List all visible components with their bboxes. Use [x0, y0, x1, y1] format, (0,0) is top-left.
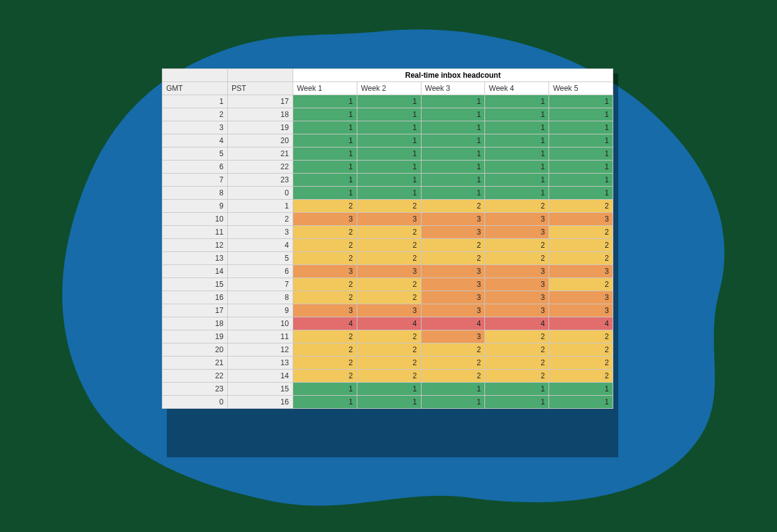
heat-cell[interactable]: 2	[293, 343, 357, 357]
gmt-cell[interactable]: 9	[162, 200, 228, 213]
heat-cell[interactable]: 1	[293, 161, 357, 174]
heat-cell[interactable]: 3	[485, 213, 549, 226]
gmt-cell[interactable]: 5	[162, 147, 228, 161]
pst-cell[interactable]: 14	[227, 370, 293, 383]
heat-cell[interactable]: 2	[421, 239, 485, 252]
heat-cell[interactable]: 4	[485, 317, 549, 330]
pst-cell[interactable]: 10	[227, 317, 293, 330]
heat-cell[interactable]: 3	[293, 213, 357, 226]
heat-cell[interactable]: 4	[549, 317, 613, 330]
heat-cell[interactable]: 3	[549, 213, 613, 226]
heat-cell[interactable]: 2	[293, 278, 357, 291]
gmt-cell[interactable]: 18	[162, 317, 228, 330]
heat-cell[interactable]: 1	[357, 121, 421, 134]
heat-cell[interactable]: 2	[293, 226, 357, 239]
pst-cell[interactable]: 1	[227, 200, 293, 213]
gmt-cell[interactable]: 8	[162, 187, 228, 200]
heat-cell[interactable]: 1	[549, 121, 613, 134]
pst-cell[interactable]: 0	[227, 187, 293, 200]
gmt-cell[interactable]: 13	[162, 252, 228, 265]
heat-cell[interactable]: 2	[293, 252, 357, 265]
heat-cell[interactable]: 1	[357, 108, 421, 121]
heat-cell[interactable]: 1	[421, 161, 485, 174]
heat-cell[interactable]: 1	[421, 108, 485, 121]
heat-cell[interactable]: 1	[357, 134, 421, 147]
heat-cell[interactable]: 1	[421, 95, 485, 108]
heat-cell[interactable]: 1	[357, 174, 421, 187]
heat-cell[interactable]: 1	[357, 396, 421, 409]
heat-cell[interactable]: 1	[485, 108, 549, 121]
heat-cell[interactable]: 1	[485, 383, 549, 396]
heat-cell[interactable]: 2	[485, 357, 549, 370]
pst-cell[interactable]: 16	[227, 396, 293, 409]
heat-cell[interactable]: 2	[485, 200, 549, 213]
heat-cell[interactable]: 3	[293, 265, 357, 278]
heat-cell[interactable]: 2	[357, 291, 421, 304]
heat-cell[interactable]: 1	[293, 147, 357, 161]
heat-cell[interactable]: 1	[421, 121, 485, 134]
heat-cell[interactable]: 1	[293, 187, 357, 200]
heat-cell[interactable]: 3	[549, 304, 613, 317]
pst-cell[interactable]: 11	[227, 330, 293, 343]
gmt-cell[interactable]: 21	[162, 357, 228, 370]
heat-cell[interactable]: 2	[549, 370, 613, 383]
pst-cell[interactable]: 20	[227, 134, 293, 147]
heat-cell[interactable]: 1	[485, 187, 549, 200]
heat-cell[interactable]: 1	[485, 95, 549, 108]
heat-cell[interactable]: 3	[421, 330, 485, 343]
pst-cell[interactable]: 23	[227, 174, 293, 187]
pst-cell[interactable]: 5	[227, 252, 293, 265]
heat-cell[interactable]: 1	[421, 187, 485, 200]
heat-cell[interactable]: 2	[357, 357, 421, 370]
heat-cell[interactable]: 2	[485, 252, 549, 265]
heat-cell[interactable]: 3	[293, 304, 357, 317]
heat-cell[interactable]: 1	[421, 147, 485, 161]
heat-cell[interactable]: 3	[357, 213, 421, 226]
heat-cell[interactable]: 2	[549, 226, 613, 239]
pst-cell[interactable]: 3	[227, 226, 293, 239]
heat-cell[interactable]: 1	[549, 108, 613, 121]
pst-cell[interactable]: 2	[227, 213, 293, 226]
heat-cell[interactable]: 3	[421, 265, 485, 278]
pst-cell[interactable]: 22	[227, 161, 293, 174]
gmt-cell[interactable]: 7	[162, 174, 228, 187]
pst-cell[interactable]: 9	[227, 304, 293, 317]
heat-cell[interactable]: 1	[485, 147, 549, 161]
heat-cell[interactable]: 1	[357, 147, 421, 161]
heat-cell[interactable]: 4	[357, 317, 421, 330]
heat-cell[interactable]: 3	[421, 226, 485, 239]
gmt-cell[interactable]: 10	[162, 213, 228, 226]
heat-cell[interactable]: 2	[549, 278, 613, 291]
heat-cell[interactable]: 3	[357, 265, 421, 278]
heat-cell[interactable]: 3	[421, 278, 485, 291]
pst-cell[interactable]: 21	[227, 147, 293, 161]
heat-cell[interactable]: 2	[421, 357, 485, 370]
heat-cell[interactable]: 3	[421, 304, 485, 317]
heat-cell[interactable]: 3	[549, 265, 613, 278]
heat-cell[interactable]: 1	[293, 134, 357, 147]
gmt-cell[interactable]: 6	[162, 161, 228, 174]
pst-cell[interactable]: 17	[227, 95, 293, 108]
heat-cell[interactable]: 1	[485, 161, 549, 174]
heat-cell[interactable]: 3	[485, 291, 549, 304]
pst-cell[interactable]: 8	[227, 291, 293, 304]
heat-cell[interactable]: 2	[293, 200, 357, 213]
gmt-cell[interactable]: 2	[162, 108, 228, 121]
heat-cell[interactable]: 1	[421, 174, 485, 187]
heat-cell[interactable]: 2	[357, 239, 421, 252]
heat-cell[interactable]: 1	[293, 383, 357, 396]
heat-cell[interactable]: 4	[293, 317, 357, 330]
heat-cell[interactable]: 1	[549, 383, 613, 396]
gmt-cell[interactable]: 14	[162, 265, 228, 278]
heat-cell[interactable]: 2	[421, 343, 485, 357]
heat-cell[interactable]: 3	[485, 278, 549, 291]
gmt-cell[interactable]: 1	[162, 95, 228, 108]
heat-cell[interactable]: 2	[549, 252, 613, 265]
heat-cell[interactable]: 1	[549, 95, 613, 108]
heat-cell[interactable]: 1	[485, 134, 549, 147]
pst-cell[interactable]: 4	[227, 239, 293, 252]
heat-cell[interactable]: 2	[549, 330, 613, 343]
heat-cell[interactable]: 1	[549, 147, 613, 161]
heat-cell[interactable]: 1	[421, 383, 485, 396]
heat-cell[interactable]: 2	[357, 278, 421, 291]
